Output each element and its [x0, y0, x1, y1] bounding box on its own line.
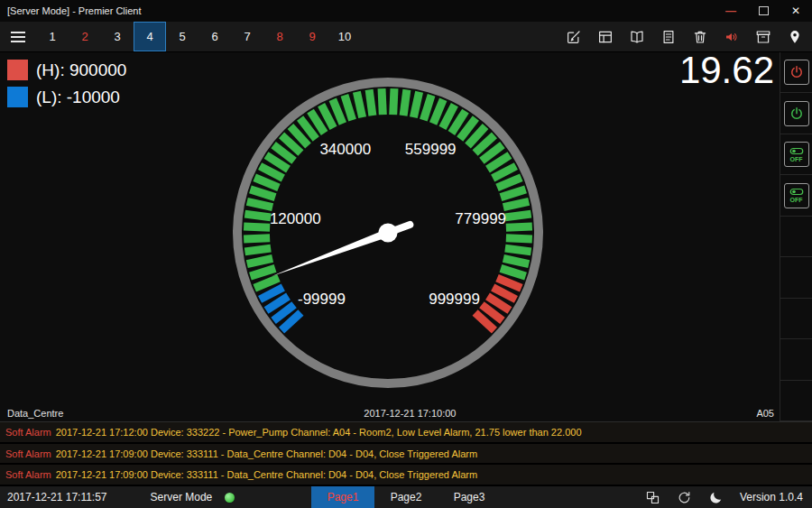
- moon-icon[interactable]: [708, 489, 724, 505]
- tab-5[interactable]: 5: [166, 22, 198, 51]
- book-icon[interactable]: [629, 29, 645, 45]
- gauge-scale-label: 999999: [429, 291, 480, 308]
- toggle-switch-icon: OFF: [784, 142, 809, 167]
- version-label: Version 1.0.4: [740, 491, 803, 503]
- page-switcher: Page1Page2Page3: [311, 486, 501, 508]
- page-tabs: 12345678910: [36, 22, 361, 51]
- channel-label: A05: [756, 408, 774, 419]
- device-name-label: Data_Centre: [7, 408, 63, 419]
- alarm-row[interactable]: Soft Alarm2017-12-21 17:09:00 Device: 33…: [0, 444, 812, 466]
- tab-8[interactable]: 8: [263, 22, 296, 51]
- alarm-row[interactable]: Soft Alarm2017-12-21 17:09:00 Device: 33…: [0, 465, 812, 486]
- tab-2[interactable]: 2: [69, 22, 101, 51]
- current-value-display: 19.62: [679, 49, 774, 92]
- grid-icon[interactable]: [597, 29, 614, 45]
- tab-6[interactable]: 6: [198, 22, 231, 51]
- sync-icon[interactable]: [677, 489, 693, 505]
- close-button[interactable]: ✕: [780, 0, 812, 22]
- alarm-type-label: Soft Alarm: [5, 448, 51, 459]
- alarm-list: Soft Alarm2017-12-21 17:12:00 Device: 33…: [0, 421, 812, 486]
- low-limit-swatch: [7, 87, 28, 107]
- connection-status-indicator: [225, 493, 235, 503]
- status-bar: 2017-12-21 17:11:57 Server Mode Page1Pag…: [0, 486, 812, 508]
- page-button-page3[interactable]: Page3: [438, 486, 501, 508]
- window-controls: — ✕: [715, 0, 812, 22]
- gauge-scale-label: 120000: [270, 210, 321, 227]
- tab-4[interactable]: 4: [134, 22, 166, 51]
- window-title: [Server Mode] - Premier Client: [7, 5, 142, 16]
- tab-bar: 12345678910: [0, 22, 812, 52]
- trash-icon[interactable]: [692, 29, 708, 45]
- tab-3[interactable]: 3: [101, 22, 134, 51]
- hamburger-menu-button[interactable]: [0, 22, 36, 51]
- tab-1[interactable]: 1: [36, 22, 69, 51]
- main-display: -99999120000340000559999779999999999 (H)…: [0, 52, 812, 421]
- toggle-switch-1[interactable]: OFF: [780, 134, 812, 175]
- layout-icon[interactable]: [645, 489, 661, 505]
- status-bar-right: Version 1.0.4: [645, 489, 812, 505]
- alarm-type-label: Soft Alarm: [5, 427, 51, 438]
- high-limit-legend: (H): 900000: [7, 60, 126, 80]
- low-limit-legend: (L): -10000: [7, 87, 126, 107]
- maximize-icon: [759, 6, 769, 15]
- right-sidebar: OFFOFF: [780, 52, 812, 421]
- toggle-switch-2[interactable]: OFF: [780, 175, 812, 216]
- power-on-button[interactable]: [780, 93, 812, 134]
- gauge-footer: Data_Centre 2017-12-21 17:10:00 A05: [7, 408, 774, 419]
- status-bar-icons: [645, 489, 724, 505]
- toolbar-icons: [566, 29, 812, 45]
- gauge-scale-label: 340000: [319, 141, 371, 158]
- sidebar-empty-cell: [780, 257, 812, 298]
- toggle-state-label: OFF: [790, 197, 803, 203]
- edit-icon[interactable]: [566, 29, 582, 45]
- minimize-button[interactable]: —: [715, 0, 747, 22]
- page-button-page2[interactable]: Page2: [374, 486, 438, 508]
- alarm-type-label: Soft Alarm: [5, 469, 51, 480]
- gauge-scale-label: 559999: [405, 141, 457, 158]
- sidebar-empty-cell: [780, 381, 812, 421]
- server-mode-label: Server Mode: [151, 491, 213, 503]
- app-window: [Server Mode] - Premier Client — ✕ 12345…: [0, 0, 812, 508]
- speaker-icon[interactable]: [724, 29, 740, 45]
- tab-7[interactable]: 7: [231, 22, 263, 51]
- page-button-page1[interactable]: Page1: [311, 486, 374, 508]
- sidebar-empty-cell: [780, 217, 812, 257]
- gauge-scale-label: 779999: [455, 210, 506, 227]
- power-icon: [784, 60, 809, 85]
- alarm-row[interactable]: Soft Alarm2017-12-21 17:12:00 Device: 33…: [0, 422, 812, 444]
- toggle-state-label: OFF: [790, 156, 803, 162]
- sidebar-empty-cell: [780, 299, 812, 339]
- high-limit-label: (H): 900000: [36, 60, 126, 80]
- tab-10[interactable]: 10: [328, 22, 361, 51]
- clock: 2017-12-21 17:11:57: [7, 491, 107, 503]
- tab-9[interactable]: 9: [296, 22, 328, 51]
- reading-timestamp: 2017-12-21 17:10:00: [364, 408, 456, 419]
- sidebar-empty-cell: [780, 339, 812, 380]
- toggle-switch-icon: OFF: [784, 183, 809, 208]
- alarm-message: 2017-12-21 17:12:00 Device: 333222 - Pow…: [56, 427, 582, 438]
- low-limit-label: (L): -10000: [36, 88, 120, 107]
- alarm-message: 2017-12-21 17:09:00 Device: 333111 - Dat…: [56, 448, 477, 459]
- power-off-button[interactable]: [780, 52, 812, 93]
- gauge-needle: [272, 229, 390, 276]
- maximize-button[interactable]: [747, 0, 780, 22]
- archive-icon[interactable]: [755, 29, 771, 45]
- title-bar: [Server Mode] - Premier Client — ✕: [0, 0, 812, 22]
- note-icon[interactable]: [660, 29, 677, 45]
- alarm-message: 2017-12-21 17:09:00 Device: 333111 - Dat…: [56, 469, 477, 480]
- gauge-scale-label: -99999: [298, 291, 346, 308]
- gauge-legend: (H): 900000 (L): -10000: [7, 60, 126, 114]
- power-icon: [784, 101, 809, 126]
- location-icon[interactable]: [787, 29, 803, 45]
- high-limit-swatch: [7, 60, 28, 80]
